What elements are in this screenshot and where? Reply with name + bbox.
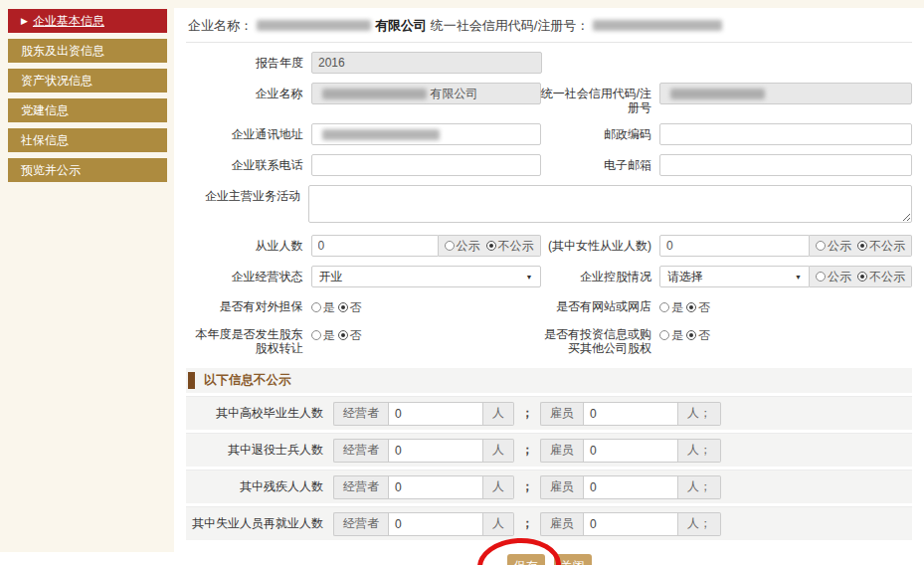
publicize-radio[interactable] bbox=[445, 241, 455, 251]
operator-count-input[interactable] bbox=[388, 402, 483, 426]
email-label: 电子邮箱 bbox=[541, 154, 660, 172]
footer-buttons: 保存 关闭 bbox=[186, 554, 912, 565]
redacted-company-name-value bbox=[322, 89, 427, 99]
postal-code-input[interactable] bbox=[659, 123, 912, 145]
sidebar-item-label: 资产状况信息 bbox=[21, 74, 92, 88]
private-row-disabled-persons: 其中残疾人人数 经营者 人 ； 雇员 人； bbox=[186, 470, 912, 503]
email-input[interactable] bbox=[659, 154, 912, 176]
redacted-credit-code bbox=[593, 20, 722, 31]
publicize-option[interactable]: 公示 bbox=[828, 238, 851, 255]
yes-option[interactable]: 是 bbox=[671, 300, 683, 314]
phone-label: 企业联系电话 bbox=[186, 154, 311, 172]
not-publicize-radio[interactable] bbox=[857, 241, 867, 251]
publicize-radio[interactable] bbox=[816, 272, 826, 282]
company-name-label: 企业名称： bbox=[188, 18, 253, 33]
sidebar-item-basic-info[interactable]: ▶企业基本信息 bbox=[8, 9, 167, 33]
report-year-label: 报告年度 bbox=[186, 52, 311, 70]
employee-count-input[interactable] bbox=[583, 512, 678, 536]
no-radio[interactable] bbox=[338, 330, 348, 340]
main-business-textarea[interactable] bbox=[308, 185, 912, 223]
sidebar-item-shareholders[interactable]: 股东及出资信息 bbox=[8, 39, 167, 63]
sidebar-item-preview-publish[interactable]: 预览并公示 bbox=[8, 158, 167, 182]
row-label: 其中残疾人人数 bbox=[186, 478, 333, 495]
no-radio[interactable] bbox=[338, 302, 348, 312]
company-name-field-label: 企业名称 bbox=[186, 83, 311, 100]
close-button[interactable]: 关闭 bbox=[554, 554, 592, 565]
save-button[interactable]: 保存 bbox=[507, 554, 545, 565]
publicize-option[interactable]: 公示 bbox=[457, 238, 480, 255]
equity-transfer-label: 本年度是否发生股东股权转让 bbox=[186, 326, 311, 355]
yes-option[interactable]: 是 bbox=[671, 328, 683, 342]
employee-addon: 雇员 bbox=[540, 512, 583, 536]
phone-input[interactable] bbox=[311, 154, 541, 176]
not-publicize-option[interactable]: 不公示 bbox=[869, 269, 905, 285]
unit-addon: 人 bbox=[483, 439, 514, 463]
employee-count-input[interactable] bbox=[311, 235, 439, 257]
company-name-input: 有限公司 bbox=[311, 83, 541, 104]
sidebar-item-party-building[interactable]: 党建信息 bbox=[8, 98, 167, 122]
company-name-suffix: 有限公司 bbox=[375, 18, 427, 33]
unit-end-addon: 人； bbox=[678, 439, 721, 463]
address-label: 企业通讯地址 bbox=[186, 123, 311, 141]
operator-count-input[interactable] bbox=[388, 439, 483, 463]
not-publicize-radio[interactable] bbox=[857, 272, 867, 282]
separator-text: ； bbox=[521, 515, 533, 532]
female-count-input[interactable] bbox=[659, 235, 810, 257]
section-bar-icon bbox=[188, 372, 195, 389]
business-status-value: 开业 bbox=[319, 269, 343, 285]
sidebar-item-social-security[interactable]: 社保信息 bbox=[8, 128, 167, 152]
unit-end-addon: 人； bbox=[678, 475, 721, 499]
employee-count-input[interactable] bbox=[583, 475, 678, 499]
row-label: 其中失业人员再就业人数 bbox=[186, 515, 333, 532]
yes-radio[interactable] bbox=[311, 302, 321, 312]
employee-count-input[interactable] bbox=[583, 402, 678, 426]
yes-radio[interactable] bbox=[659, 330, 669, 340]
separator-text: ； bbox=[521, 405, 533, 422]
no-radio[interactable] bbox=[686, 302, 696, 312]
female-count-label: (其中女性从业人数) bbox=[541, 235, 660, 253]
active-arrow-icon: ▶ bbox=[21, 16, 28, 26]
yes-option[interactable]: 是 bbox=[323, 300, 335, 314]
no-option[interactable]: 否 bbox=[698, 300, 710, 314]
separator-text: ； bbox=[521, 442, 533, 459]
main-business-label: 企业主营业务活动 bbox=[186, 185, 308, 203]
not-publicize-option[interactable]: 不公示 bbox=[498, 238, 534, 255]
holding-status-value: 请选择 bbox=[667, 269, 703, 285]
unit-end-addon: 人； bbox=[678, 402, 721, 426]
sidebar-item-label: 党建信息 bbox=[21, 103, 69, 117]
company-name-suffix-text: 有限公司 bbox=[431, 86, 478, 102]
holding-status-select[interactable]: 请选择 ▼ bbox=[659, 266, 810, 287]
no-option[interactable]: 否 bbox=[350, 328, 362, 342]
no-option[interactable]: 否 bbox=[350, 300, 362, 314]
not-publicize-radio[interactable] bbox=[486, 241, 496, 251]
publicize-radio[interactable] bbox=[816, 241, 826, 251]
publicize-option[interactable]: 公示 bbox=[828, 269, 851, 285]
address-input[interactable] bbox=[311, 123, 541, 145]
sidebar: ▶企业基本信息 股东及出资信息 资产状况信息 党建信息 社保信息 预览并公示 bbox=[8, 9, 167, 188]
no-option[interactable]: 否 bbox=[698, 328, 710, 342]
investment-label: 是否有投资信息或购买其他公司股权 bbox=[541, 326, 660, 355]
private-row-graduates: 其中高校毕业生人数 经营者 人 ； 雇员 人； bbox=[186, 396, 912, 430]
business-status-label: 企业经营状态 bbox=[186, 266, 311, 283]
sidebar-item-assets[interactable]: 资产状况信息 bbox=[8, 69, 167, 93]
yes-option[interactable]: 是 bbox=[323, 328, 335, 342]
not-publicize-option[interactable]: 不公示 bbox=[869, 238, 905, 255]
private-section-title: 以下信息不公示 bbox=[204, 372, 291, 389]
operator-count-input[interactable] bbox=[388, 512, 483, 536]
operator-addon: 经营者 bbox=[333, 402, 388, 426]
guarantee-label: 是否有对外担保 bbox=[186, 298, 311, 313]
unit-addon: 人 bbox=[483, 402, 514, 426]
sidebar-item-label: 预览并公示 bbox=[21, 163, 81, 177]
yes-radio[interactable] bbox=[311, 330, 321, 340]
no-radio[interactable] bbox=[686, 330, 696, 340]
business-status-select[interactable]: 开业 ▼ bbox=[311, 266, 541, 287]
sidebar-item-label: 股东及出资信息 bbox=[21, 44, 104, 58]
employee-count-input[interactable] bbox=[583, 439, 678, 463]
operator-addon: 经营者 bbox=[333, 475, 388, 499]
separator-text: ； bbox=[521, 478, 533, 495]
page-background-strip bbox=[0, 552, 174, 565]
employee-addon: 雇员 bbox=[540, 402, 583, 426]
operator-count-input[interactable] bbox=[388, 475, 483, 499]
yes-radio[interactable] bbox=[659, 302, 669, 312]
female-count-publicity-options: 公示不公示 bbox=[810, 235, 912, 257]
